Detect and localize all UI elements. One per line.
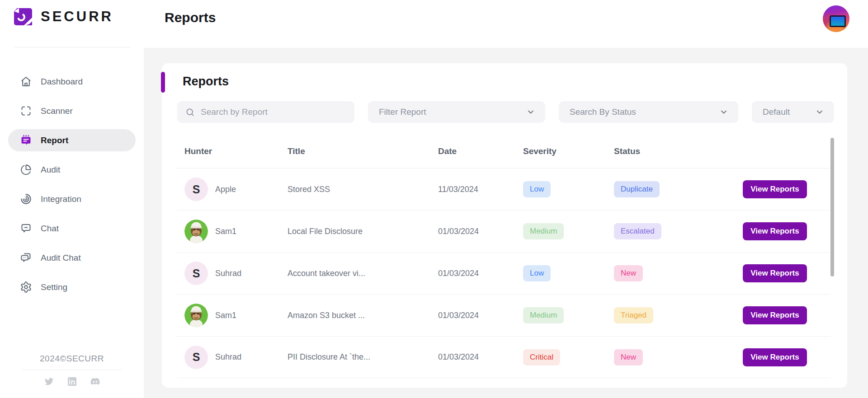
- sidebar-item-report[interactable]: Report: [8, 129, 136, 151]
- reports-card: Reports Filter Report Search By Status D…: [162, 63, 847, 388]
- report-date: 01/03/2024: [438, 227, 523, 236]
- report-title: Amazon S3 bucket ...: [288, 311, 438, 320]
- hunter-cell: SSuhrad: [177, 262, 288, 285]
- severity-badge: Low: [523, 181, 551, 197]
- sidebar-item-dashboard[interactable]: Dashboard: [8, 70, 136, 93]
- column-header-title: Title: [288, 146, 438, 156]
- sidebar-item-audit-chat[interactable]: Audit Chat: [8, 247, 136, 269]
- sidebar-item-audit[interactable]: Audit: [8, 159, 136, 181]
- sidebar-item-label: Report: [41, 136, 68, 145]
- sidebar-item-label: Dashboard: [41, 77, 83, 87]
- hunter-name: Suhrad: [215, 352, 241, 362]
- home-icon: [20, 75, 32, 88]
- letter-avatar: S: [184, 178, 208, 201]
- monkey-nft-avatar: [184, 220, 208, 243]
- table-row: SSuhradPII Disclosure At `the...01/03/20…: [177, 336, 830, 378]
- column-header-status: Status: [614, 146, 736, 156]
- severity-badge: Critical: [523, 349, 560, 365]
- view-reports-button[interactable]: View Reports: [743, 222, 807, 240]
- table-row: Sam1Local File Disclosure01/03/2024Mediu…: [177, 210, 830, 252]
- sidebar-item-label: Setting: [41, 282, 67, 292]
- report-icon: [20, 134, 32, 146]
- scanner-icon: [20, 105, 32, 117]
- sidebar-item-label: Audit Chat: [41, 253, 81, 263]
- filter-report-select[interactable]: Filter Report: [368, 101, 545, 123]
- filters-row: Filter Report Search By Status Default: [177, 101, 834, 123]
- sidebar-item-scanner[interactable]: Scanner: [8, 100, 136, 122]
- hunter-cell: SApple: [177, 178, 288, 201]
- hunter-cell: Sam1: [177, 220, 288, 243]
- audit-icon: [20, 164, 32, 176]
- table-header: Hunter Title Date Severity Status: [177, 146, 830, 156]
- sidebar-item-setting[interactable]: Setting: [8, 276, 136, 298]
- sidebar-nav: DashboardScannerReportAuditIntegrationCh…: [8, 70, 136, 305]
- report-title: Local File Disclosure: [288, 227, 438, 236]
- table-row: SSuhradAccount takeover vi...01/03/2024L…: [177, 252, 830, 294]
- search-input[interactable]: [201, 107, 346, 117]
- card-title: Reports: [183, 75, 229, 89]
- sidebar-item-integration[interactable]: Integration: [8, 188, 136, 210]
- sidebar: SECURR DashboardScannerReportAuditIntegr…: [0, 0, 144, 398]
- report-title: PII Disclosure At `the...: [288, 352, 438, 362]
- sidebar-item-chat[interactable]: Chat: [8, 217, 136, 239]
- report-date: 01/03/2024: [438, 352, 523, 362]
- hunter-name: Apple: [215, 185, 236, 194]
- brand[interactable]: SECURR: [13, 6, 113, 27]
- monkey-nft-avatar: [184, 304, 208, 327]
- column-header-date: Date: [438, 146, 523, 156]
- severity-badge: Low: [523, 265, 551, 281]
- view-reports-button[interactable]: View Reports: [743, 348, 807, 366]
- audit-chat-icon: [20, 252, 32, 264]
- sidebar-item-label: Integration: [41, 194, 81, 204]
- search-by-status-label: Search By Status: [570, 107, 636, 117]
- sort-default-label: Default: [763, 107, 790, 117]
- hunter-name: Suhrad: [215, 269, 241, 278]
- report-date: 11/03/2024: [438, 185, 523, 194]
- linkedin-icon[interactable]: [67, 376, 77, 387]
- hunter-name: Sam1: [215, 227, 236, 236]
- status-badge: New: [614, 265, 643, 281]
- status-badge: Triaged: [614, 307, 653, 323]
- search-icon: [185, 108, 195, 117]
- search-box: [177, 101, 354, 123]
- view-reports-button[interactable]: View Reports: [743, 180, 807, 198]
- sidebar-item-label: Scanner: [41, 106, 73, 116]
- report-date: 01/03/2024: [438, 311, 523, 320]
- sidebar-item-label: Chat: [41, 224, 59, 234]
- report-date: 01/03/2024: [438, 269, 523, 278]
- integration-icon: [20, 193, 32, 205]
- footer-divider: [22, 370, 122, 370]
- discord-icon[interactable]: [90, 376, 100, 387]
- column-header-hunter: Hunter: [177, 146, 288, 156]
- report-title: Stored XSS: [288, 185, 438, 194]
- hunter-name: Sam1: [215, 311, 236, 320]
- sidebar-item-label: Audit: [41, 165, 60, 175]
- table-body: SAppleStored XSS11/03/2024LowDuplicateVi…: [177, 168, 830, 378]
- status-badge: Duplicate: [614, 181, 660, 197]
- sidebar-divider: [14, 47, 130, 47]
- hunter-cell: Sam1: [177, 304, 288, 327]
- view-reports-button[interactable]: View Reports: [743, 264, 807, 282]
- table-scrollbar[interactable]: [830, 138, 834, 276]
- twitter-icon[interactable]: [44, 376, 54, 387]
- brand-name: SECURR: [41, 9, 113, 25]
- severity-badge: Medium: [523, 307, 564, 323]
- chevron-down-icon: [526, 108, 535, 117]
- copyright: 2024©SECURR: [0, 354, 144, 364]
- status-badge: New: [614, 349, 643, 365]
- chat-icon: [20, 222, 32, 234]
- view-reports-button[interactable]: View Reports: [743, 306, 807, 324]
- search-by-status-select[interactable]: Search By Status: [559, 101, 738, 123]
- sort-default-select[interactable]: Default: [752, 101, 834, 123]
- profile-avatar[interactable]: [823, 5, 849, 32]
- status-badge: Escalated: [614, 223, 661, 239]
- report-title: Account takeover vi...: [288, 269, 438, 278]
- title-accent-bar: [161, 72, 165, 93]
- letter-avatar: S: [184, 346, 208, 369]
- page-title: Reports: [165, 10, 216, 25]
- social-links: [0, 376, 144, 387]
- chevron-down-icon: [815, 108, 824, 117]
- severity-badge: Medium: [523, 223, 564, 239]
- settings-icon: [20, 281, 32, 293]
- column-header-severity: Severity: [523, 146, 614, 156]
